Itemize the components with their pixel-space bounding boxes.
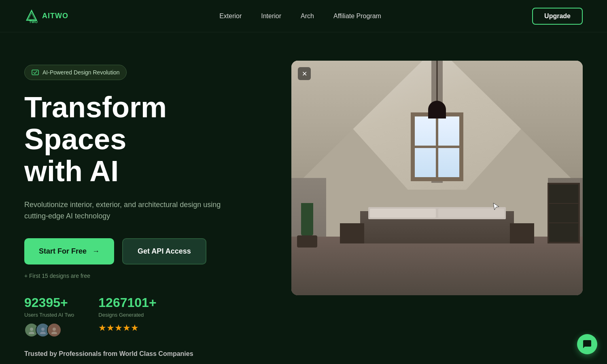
stat-users: 92395+ Users Trusted AI Two bbox=[24, 295, 74, 337]
api-access-button[interactable]: Get API Access bbox=[122, 238, 206, 265]
hero-subtitle: Revolutionize interior, exterior, and ar… bbox=[24, 199, 235, 222]
stat-designs-number: 1267101+ bbox=[98, 295, 156, 310]
svg-marker-0 bbox=[27, 11, 36, 20]
badge-icon bbox=[31, 68, 39, 76]
svg-point-11 bbox=[587, 343, 588, 345]
chat-icon bbox=[582, 339, 592, 349]
start-free-label: Start For Free bbox=[39, 247, 87, 256]
free-note: + First 15 designs are free bbox=[24, 273, 275, 279]
nav-arch[interactable]: Arch bbox=[301, 13, 314, 20]
svg-point-5 bbox=[29, 332, 34, 334]
stats: 92395+ Users Trusted AI Two 1267101+ bbox=[24, 295, 275, 337]
stars: ★★★★★ bbox=[98, 323, 156, 333]
hero-section: AI-Powered Design Revolution Transform S… bbox=[0, 32, 607, 364]
badge: AI-Powered Design Revolution bbox=[24, 65, 127, 80]
upgrade-button[interactable]: Upgrade bbox=[532, 8, 583, 25]
svg-rect-3 bbox=[32, 70, 38, 75]
brand-name: AITWO bbox=[42, 12, 68, 20]
close-button[interactable]: ✕ bbox=[298, 67, 311, 80]
stat-users-label: Users Trusted AI Two bbox=[24, 312, 74, 318]
stat-designs: 1267101+ Designs Generated ★★★★★ bbox=[98, 295, 156, 333]
nav-exterior[interactable]: Exterior bbox=[219, 13, 242, 20]
svg-point-10 bbox=[585, 343, 586, 345]
hero-title-line2: with AI bbox=[24, 155, 119, 187]
start-free-button[interactable]: Start For Free → bbox=[24, 238, 114, 265]
navbar: TWO AITWO Exterior Interior Arch Affilia… bbox=[0, 0, 607, 32]
svg-point-6 bbox=[41, 328, 45, 331]
chat-button[interactable] bbox=[577, 334, 597, 354]
image-card: ✕ bbox=[291, 61, 583, 295]
logo[interactable]: TWO AITWO bbox=[24, 9, 68, 23]
nav-affiliate[interactable]: Affiliate Program bbox=[333, 13, 381, 20]
avatars bbox=[24, 323, 74, 337]
nav-links: Exterior Interior Arch Affiliate Program bbox=[219, 13, 381, 20]
trusted-by-text: Trusted by Professionals from World Clas… bbox=[24, 350, 275, 358]
svg-text:TWO: TWO bbox=[29, 20, 38, 23]
stat-users-number: 92395+ bbox=[24, 295, 74, 310]
nav-interior[interactable]: Interior bbox=[261, 13, 281, 20]
avatar-3 bbox=[47, 323, 62, 337]
svg-marker-1 bbox=[28, 13, 35, 19]
svg-point-8 bbox=[53, 328, 56, 331]
svg-point-4 bbox=[30, 328, 33, 331]
hero-left: AI-Powered Design Revolution Transform S… bbox=[24, 57, 275, 358]
hero-title-line1: Transform Spaces bbox=[24, 91, 167, 155]
logo-icon: TWO bbox=[24, 9, 39, 23]
arrow-icon: → bbox=[92, 247, 100, 256]
svg-point-9 bbox=[51, 332, 57, 334]
hero-title: Transform Spaces with AI bbox=[24, 91, 275, 188]
hero-right: ✕ bbox=[291, 57, 583, 364]
cta-buttons: Start For Free → Get API Access bbox=[24, 238, 275, 265]
stat-designs-label: Designs Generated bbox=[98, 312, 156, 318]
svg-point-12 bbox=[588, 343, 590, 345]
badge-text: AI-Powered Design Revolution bbox=[42, 69, 120, 76]
svg-point-7 bbox=[40, 332, 46, 334]
room-image bbox=[291, 61, 583, 295]
